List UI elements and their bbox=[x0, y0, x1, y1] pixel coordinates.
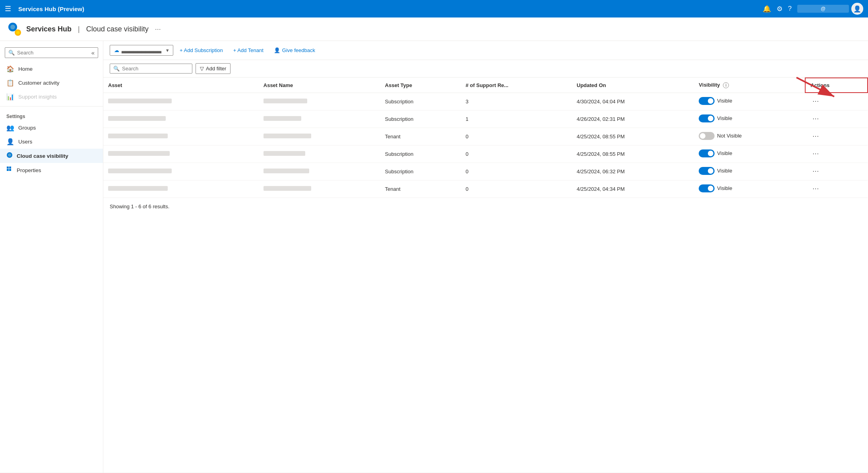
table-cell-asset bbox=[103, 128, 259, 145]
help-icon[interactable]: ? bbox=[788, 5, 792, 13]
filterbar-search-box[interactable]: 🔍 bbox=[110, 64, 192, 74]
column-header-actions[interactable]: Actions bbox=[805, 78, 868, 93]
subscription-selector-text: ▃▃▃▃▃▃▃▃▃▃ bbox=[122, 47, 164, 53]
sidebar-collapse-button[interactable]: « bbox=[91, 49, 95, 56]
sidebar-item-label-users: Users bbox=[18, 139, 32, 145]
svg-rect-7 bbox=[9, 167, 11, 169]
table-cell-asset-type: Tenant bbox=[380, 128, 461, 145]
table-cell-asset bbox=[103, 110, 259, 128]
row-more-button[interactable]: ··· bbox=[810, 167, 821, 176]
visibility-toggle[interactable]: Visible bbox=[699, 184, 732, 192]
groups-icon: 👥 bbox=[6, 124, 14, 132]
sidebar-item-properties[interactable]: Properties bbox=[0, 163, 103, 177]
gear-icon[interactable]: ⚙ bbox=[777, 5, 783, 13]
add-filter-button[interactable]: ▽ Add filter bbox=[196, 63, 231, 74]
visibility-info-icon[interactable]: i bbox=[723, 82, 729, 88]
svg-rect-8 bbox=[7, 169, 9, 171]
users-icon: 👤 bbox=[6, 138, 14, 145]
column-header-asset[interactable]: Asset bbox=[103, 78, 259, 93]
toggle-track[interactable] bbox=[699, 132, 715, 140]
column-header-visibility[interactable]: Visibility i bbox=[694, 78, 805, 93]
sidebar-search-icon: 🔍 bbox=[8, 50, 15, 56]
visibility-label: Visibility bbox=[699, 82, 720, 88]
topbar: ☰ Services Hub (Preview) 🔔 ⚙ ? @ 👤 bbox=[0, 0, 868, 17]
table-cell-asset bbox=[103, 145, 259, 163]
user-email[interactable]: @ bbox=[797, 5, 849, 13]
user-avatar[interactable]: 👤 bbox=[851, 3, 863, 15]
table-row: Subscription04/25/2024, 06:32 PM Visible… bbox=[103, 163, 868, 180]
subheader-app-name: Services Hub bbox=[26, 25, 72, 33]
toggle-track[interactable] bbox=[699, 114, 715, 122]
add-filter-label: Add filter bbox=[206, 66, 226, 72]
toggle-thumb bbox=[708, 168, 713, 174]
sidebar-item-customer-activity[interactable]: 📋 Customer activity bbox=[0, 76, 103, 90]
visibility-toggle[interactable]: Visible bbox=[699, 167, 732, 175]
visibility-toggle[interactable]: Visible bbox=[699, 149, 732, 157]
give-feedback-button[interactable]: 👤 Give feedback bbox=[270, 45, 319, 55]
sidebar-item-label-home: Home bbox=[18, 66, 33, 72]
toggle-track[interactable] bbox=[699, 149, 715, 157]
table-cell-visibility: Visible bbox=[694, 110, 805, 128]
support-insights-icon: 📊 bbox=[6, 93, 14, 101]
table-cell-updated-on: 4/25/2024, 04:34 PM bbox=[572, 180, 694, 198]
data-table: Asset Asset Name Asset Type # of Support… bbox=[103, 78, 868, 198]
table-cell-visibility: Visible bbox=[694, 145, 805, 163]
topbar-icons: 🔔 ⚙ ? @ 👤 bbox=[763, 3, 863, 15]
settings-section-label: Settings bbox=[0, 109, 103, 121]
sidebar-item-cloud-case-visibility[interactable]: Cloud case visibility bbox=[0, 149, 103, 163]
visibility-toggle[interactable]: Visible bbox=[699, 114, 732, 122]
table-cell-support-requests: 0 bbox=[461, 145, 572, 163]
sidebar-item-users[interactable]: 👤 Users bbox=[0, 135, 103, 149]
visibility-toggle[interactable]: Visible bbox=[699, 97, 732, 105]
column-header-asset-name[interactable]: Asset Name bbox=[259, 78, 380, 93]
sidebar-item-support-insights[interactable]: 📊 Support insights bbox=[0, 90, 103, 104]
sidebar-item-label-cloud-case-visibility: Cloud case visibility bbox=[17, 153, 68, 159]
row-more-button[interactable]: ··· bbox=[810, 132, 821, 141]
user-area: @ 👤 bbox=[797, 3, 863, 15]
subheader-more-button[interactable]: ··· bbox=[155, 25, 161, 33]
sidebar-item-groups[interactable]: 👥 Groups bbox=[0, 121, 103, 135]
add-tenant-button[interactable]: + Add Tenant bbox=[229, 45, 267, 55]
table-row: Subscription34/30/2024, 04:04 PM Visible… bbox=[103, 93, 868, 110]
add-subscription-button[interactable]: + Add Subscription bbox=[176, 45, 227, 55]
visibility-toggle[interactable]: Not Visible bbox=[699, 132, 742, 140]
table-row: Tenant04/25/2024, 04:34 PM Visible ··· bbox=[103, 180, 868, 198]
sidebar: 🔍 « 🏠 Home 📋 Customer activity 📊 Support… bbox=[0, 41, 103, 473]
table-cell-asset bbox=[103, 163, 259, 180]
table-cell-actions: ··· bbox=[805, 93, 868, 110]
visibility-toggle-label: Visible bbox=[717, 98, 732, 104]
column-header-support-requests[interactable]: # of Support Re... bbox=[461, 78, 572, 93]
table-row: Subscription04/25/2024, 08:55 PM Visible… bbox=[103, 145, 868, 163]
filterbar-search-icon: 🔍 bbox=[113, 66, 120, 72]
table-container: Asset Asset Name Asset Type # of Support… bbox=[103, 78, 868, 198]
subheader-page-name: Cloud case visibility bbox=[86, 25, 149, 33]
sidebar-item-home[interactable]: 🏠 Home bbox=[0, 62, 103, 76]
toggle-track[interactable] bbox=[699, 97, 715, 105]
table-cell-asset-name bbox=[259, 128, 380, 145]
filterbar-search-input[interactable] bbox=[122, 66, 189, 72]
column-header-asset-type[interactable]: Asset Type bbox=[380, 78, 461, 93]
table-cell-actions: ··· bbox=[805, 145, 868, 163]
bell-icon[interactable]: 🔔 bbox=[763, 5, 771, 13]
table-cell-actions: ··· bbox=[805, 163, 868, 180]
cloud-icon: ☁ bbox=[114, 47, 119, 53]
row-more-button[interactable]: ··· bbox=[810, 184, 821, 193]
showing-results-text: Showing 1 - 6 of 6 results. bbox=[103, 198, 868, 215]
table-cell-asset-name bbox=[259, 163, 380, 180]
hamburger-menu[interactable]: ☰ bbox=[5, 4, 11, 13]
table-cell-asset-name bbox=[259, 110, 380, 128]
sidebar-search-input[interactable] bbox=[17, 50, 89, 56]
table-cell-support-requests: 1 bbox=[461, 110, 572, 128]
subscription-selector[interactable]: ☁ ▃▃▃▃▃▃▃▃▃▃ ▾ bbox=[110, 45, 173, 56]
row-more-button[interactable]: ··· bbox=[810, 97, 821, 106]
table-cell-asset-name bbox=[259, 145, 380, 163]
table-cell-support-requests: 0 bbox=[461, 180, 572, 198]
row-more-button[interactable]: ··· bbox=[810, 114, 821, 123]
row-more-button[interactable]: ··· bbox=[810, 149, 821, 158]
toggle-track[interactable] bbox=[699, 167, 715, 175]
column-header-updated-on[interactable]: Updated On bbox=[572, 78, 694, 93]
visibility-toggle-label: Visible bbox=[717, 150, 732, 156]
sidebar-search-box[interactable]: 🔍 « bbox=[5, 47, 98, 58]
toggle-track[interactable] bbox=[699, 184, 715, 192]
sidebar-divider bbox=[0, 106, 103, 107]
